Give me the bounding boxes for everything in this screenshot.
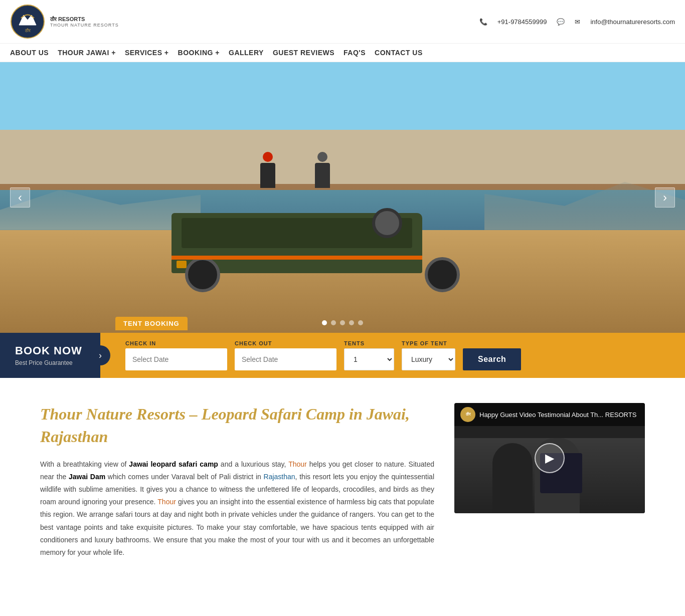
keyword-safari: Jawai leopard safari camp xyxy=(129,460,218,468)
carousel-dot-5[interactable] xyxy=(358,320,363,325)
logo-text: ठौर RESORTS xyxy=(50,16,119,23)
booking-bar: BOOK NOW Best Price Guarantee › TENT BOO… xyxy=(0,333,685,378)
carousel-prev-button[interactable]: ‹ xyxy=(10,187,30,208)
nav-item-booking[interactable]: BOOKING + xyxy=(178,49,220,57)
video-logo-text: ठौर xyxy=(466,412,470,417)
phone-number[interactable]: +91-9784559999 xyxy=(497,18,547,26)
nav-item-contact[interactable]: CONTACT US xyxy=(375,49,423,57)
hero-person2 xyxy=(315,152,340,192)
carousel-dots xyxy=(322,320,363,325)
hero-background xyxy=(0,62,685,333)
book-now-title: BOOK NOW xyxy=(15,344,85,357)
phone-icon: 📞 xyxy=(479,18,487,26)
best-price-label: Best Price Guarantee xyxy=(15,359,85,366)
video-logo: ठौर xyxy=(460,407,475,422)
person1-silhouette xyxy=(492,443,533,513)
top-bar: ठौर ठौर RESORTS THOUR NATURE RESORTS 📞 +… xyxy=(0,0,685,44)
tent-booking-tab[interactable]: TENT BOOKING xyxy=(115,317,188,330)
nav-item-services[interactable]: SERVICES + xyxy=(125,49,169,57)
video-thumbnail[interactable]: ठौर Happy Guest Video Testimonial About … xyxy=(454,403,645,513)
nav-item-gallery[interactable]: GALLERY xyxy=(229,49,264,57)
navbar: ABOUT US THOUR JAWAI + SERVICES + BOOKIN… xyxy=(0,44,685,62)
email-link[interactable]: info@thournatureresorts.com xyxy=(590,18,675,26)
hero-carousel: ‹ › xyxy=(0,62,685,333)
nav-item-faq[interactable]: FAQ'S xyxy=(344,49,366,57)
whatsapp-icon: 💬 xyxy=(557,18,565,26)
logo-subtext: THOUR NATURE RESORTS xyxy=(50,23,119,28)
checkout-field: CHECK OUT xyxy=(235,340,336,370)
checkin-field: CHECK IN xyxy=(125,340,227,370)
video-title-text: Happy Guest Video Testimonial About Th..… xyxy=(479,411,636,419)
jeep-spare-tire xyxy=(372,208,402,238)
booking-form: TENT BOOKING CHECK IN CHECK OUT TENTS 1 … xyxy=(100,333,685,378)
jeep-wheel-front xyxy=(185,257,220,292)
checkin-label: CHECK IN xyxy=(125,340,227,346)
keyword-thour2: Thour xyxy=(157,498,176,506)
carousel-dot-1[interactable] xyxy=(322,320,327,325)
jeep-light xyxy=(177,261,187,268)
hero-person1 xyxy=(260,152,285,192)
checkout-label: CHECK OUT xyxy=(235,340,336,346)
tents-field: TENTS 1 2 3 4 5 xyxy=(344,340,394,370)
content-body: With a breathtaking view of Jawai leopar… xyxy=(40,458,434,559)
book-now-arrow-icon[interactable]: › xyxy=(90,345,110,365)
checkout-input[interactable] xyxy=(235,348,336,370)
tent-type-field: TYPE OF TENT Luxury Deluxe Standard xyxy=(402,340,455,370)
nav-links: ABOUT US THOUR JAWAI + SERVICES + BOOKIN… xyxy=(10,49,423,57)
video-title-bar: ठौर Happy Guest Video Testimonial About … xyxy=(454,403,645,426)
jeep-wheel-rear xyxy=(425,257,460,292)
book-now-section: BOOK NOW Best Price Guarantee › xyxy=(0,333,100,378)
keyword-thour: Thour xyxy=(288,460,307,468)
checkin-input[interactable] xyxy=(125,348,227,370)
tent-type-select[interactable]: Luxury Deluxe Standard xyxy=(402,348,455,370)
carousel-dot-2[interactable] xyxy=(331,320,336,325)
nav-item-jawai[interactable]: THOUR JAWAI + xyxy=(58,49,116,57)
content-section: Thour Nature Resorts – Leopard Safari Ca… xyxy=(0,378,685,584)
keyword-dam: Jawai Dam xyxy=(69,473,105,481)
contact-info: 📞 +91-9784559999 💬 ✉ info@thournatureres… xyxy=(479,18,675,26)
tent-type-label: TYPE OF TENT xyxy=(402,340,455,346)
nav-item-about[interactable]: ABOUT US xyxy=(10,49,49,57)
carousel-dot-4[interactable] xyxy=(349,320,354,325)
content-text: Thour Nature Resorts – Leopard Safari Ca… xyxy=(40,403,434,559)
search-button[interactable]: Search xyxy=(463,348,521,370)
jeep-stripe xyxy=(172,256,422,260)
search-field: . Search xyxy=(463,340,521,370)
keyword-rajasthan: Rajasthan xyxy=(264,473,295,481)
video-play-button[interactable]: ▶ xyxy=(535,443,565,473)
email-icon: ✉ xyxy=(575,18,580,26)
carousel-next-button[interactable]: › xyxy=(655,187,675,208)
svg-text:ठौर: ठौर xyxy=(25,28,31,33)
content-title: Thour Nature Resorts – Leopard Safari Ca… xyxy=(40,403,434,448)
tents-label: TENTS xyxy=(344,340,394,346)
hero-mountains-left xyxy=(0,180,201,230)
play-icon: ▶ xyxy=(545,451,554,465)
tents-select[interactable]: 1 2 3 4 5 xyxy=(344,348,394,370)
logo[interactable]: ठौर ठौर RESORTS THOUR NATURE RESORTS xyxy=(10,4,119,39)
nav-item-reviews[interactable]: GUEST REVIEWS xyxy=(273,49,334,57)
carousel-dot-3[interactable] xyxy=(340,320,345,325)
